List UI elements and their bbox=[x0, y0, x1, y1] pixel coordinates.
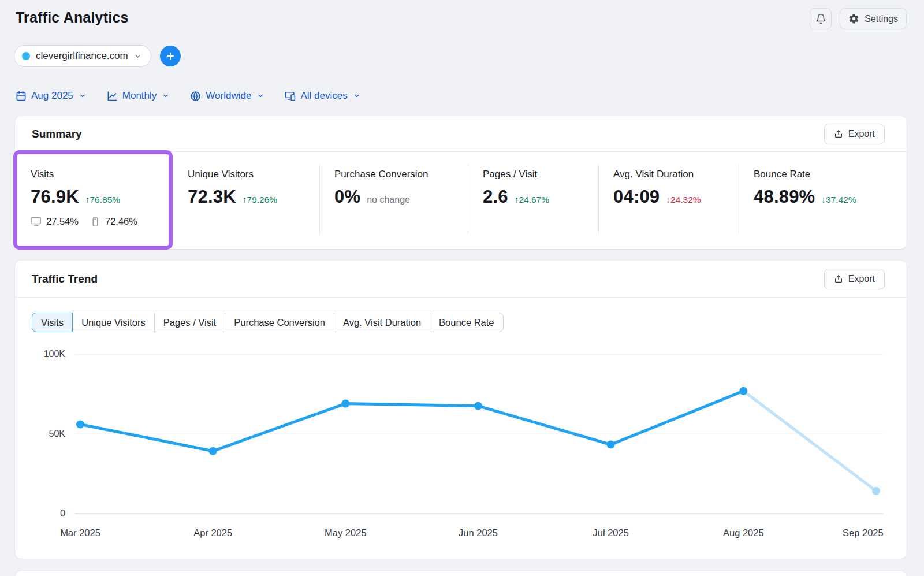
devices-icon bbox=[285, 91, 296, 102]
metric-label: Bounce Rate bbox=[754, 169, 907, 180]
metric-avg-visit-duration: Avg. Visit Duration 04:09 ↓24.32% bbox=[598, 169, 739, 249]
x-axis-label: Aug 2025 bbox=[723, 527, 764, 538]
y-axis-label: 0 bbox=[60, 508, 65, 519]
topbar-actions: Settings bbox=[810, 8, 907, 29]
desktop-share-value: 27.54% bbox=[46, 216, 79, 227]
metric-value: 48.89% bbox=[754, 187, 815, 207]
x-axis-label: Mar 2025 bbox=[60, 527, 100, 538]
metric-value: 04:09 bbox=[613, 187, 660, 207]
devices-filter[interactable]: All devices bbox=[285, 90, 360, 102]
trend-chart-area: 100K50K0 Mar 2025Apr 2025May 2025Jun 202… bbox=[32, 347, 885, 540]
calendar-icon bbox=[16, 91, 27, 102]
domain-color-dot bbox=[22, 52, 30, 60]
gear-icon bbox=[848, 13, 859, 24]
metric-change: ↑76.85% bbox=[85, 195, 120, 205]
trend-chart[interactable] bbox=[74, 347, 883, 521]
domain-name: clevergirlfinance.com bbox=[36, 50, 128, 62]
metric-label: Pages / Visit bbox=[483, 169, 598, 180]
chevron-down-icon bbox=[134, 53, 141, 60]
tab-pages-per-visit[interactable]: Pages / Visit bbox=[154, 313, 225, 332]
mobile-share: 72.46% bbox=[90, 216, 137, 227]
desktop-icon bbox=[31, 216, 42, 227]
summary-export-label: Export bbox=[848, 129, 875, 139]
metric-value: 0% bbox=[334, 187, 360, 207]
metric-label: Purchase Conversion bbox=[334, 169, 468, 180]
filter-row: Aug 2025 Monthly Worldwide All devices bbox=[16, 90, 924, 102]
tab-bounce-rate[interactable]: Bounce Rate bbox=[430, 313, 503, 332]
plus-icon bbox=[165, 51, 176, 61]
metric-bounce-rate: Bounce Rate 48.89% ↓37.42% bbox=[739, 169, 907, 249]
summary-metrics: Visits 76.9K ↑76.85% 27.54% 72.46% bbox=[15, 152, 907, 249]
x-axis-label: Apr 2025 bbox=[193, 527, 232, 538]
traffic-trend-header: Traffic Trend Export bbox=[15, 261, 907, 298]
desktop-share: 27.54% bbox=[31, 216, 79, 227]
traffic-trend-card: Traffic Trend Export Visits Unique Visit… bbox=[15, 261, 907, 559]
topbar: Traffic Analytics Settings bbox=[0, 0, 924, 29]
y-axis: 100K50K0 bbox=[32, 347, 65, 521]
metric-change: ↓24.32% bbox=[666, 195, 701, 205]
mobile-share-value: 72.46% bbox=[105, 216, 137, 227]
y-axis-label: 100K bbox=[44, 349, 65, 359]
metric-change: no change bbox=[367, 195, 410, 205]
line-chart-icon bbox=[107, 91, 118, 102]
chevron-down-icon bbox=[79, 92, 86, 99]
date-filter-label: Aug 2025 bbox=[31, 90, 73, 102]
chevron-down-icon bbox=[162, 92, 169, 99]
metric-value: 76.9K bbox=[31, 187, 79, 207]
metric-value: 72.3K bbox=[188, 187, 236, 207]
trend-metric-tabs: Visits Unique Visitors Pages / Visit Pur… bbox=[32, 313, 907, 332]
bell-icon bbox=[815, 13, 826, 24]
export-icon bbox=[834, 274, 843, 284]
settings-label: Settings bbox=[865, 14, 898, 24]
region-filter-label: Worldwide bbox=[206, 90, 251, 102]
page-title: Traffic Analytics bbox=[16, 8, 129, 26]
domain-row: clevergirlfinance.com bbox=[14, 45, 924, 67]
chevron-down-icon bbox=[257, 92, 264, 99]
date-filter[interactable]: Aug 2025 bbox=[16, 90, 86, 102]
metric-label: Visits bbox=[31, 169, 188, 180]
tab-purchase-conversion[interactable]: Purchase Conversion bbox=[225, 313, 334, 332]
summary-card: Summary Export Visits 76.9K ↑76.85% 27.5… bbox=[15, 116, 907, 249]
y-axis-label: 50K bbox=[49, 429, 65, 439]
granularity-filter-label: Monthly bbox=[122, 90, 157, 102]
settings-button[interactable]: Settings bbox=[840, 8, 907, 29]
traffic-trend-title: Traffic Trend bbox=[32, 273, 98, 285]
summary-title: Summary bbox=[32, 128, 82, 140]
tab-visits[interactable]: Visits bbox=[32, 313, 73, 332]
metric-pages-per-visit: Pages / Visit 2.6 ↑24.67% bbox=[468, 169, 598, 249]
device-split-row: 27.54% 72.46% bbox=[31, 216, 188, 227]
metric-unique-visitors: Unique Visitors 72.3K ↑79.26% bbox=[188, 169, 319, 249]
mobile-icon bbox=[90, 217, 100, 227]
region-filter[interactable]: Worldwide bbox=[190, 90, 264, 102]
metric-change: ↑24.67% bbox=[515, 195, 549, 205]
domain-selector[interactable]: clevergirlfinance.com bbox=[14, 45, 151, 67]
x-axis-label: Jul 2025 bbox=[593, 527, 628, 538]
export-icon bbox=[834, 129, 843, 139]
granularity-filter[interactable]: Monthly bbox=[107, 90, 170, 102]
metric-visits: Visits 76.9K ↑76.85% 27.54% 72.46% bbox=[15, 169, 188, 249]
metric-label: Unique Visitors bbox=[188, 169, 319, 180]
x-axis-label: May 2025 bbox=[325, 527, 366, 538]
notifications-button[interactable] bbox=[810, 8, 832, 29]
globe-icon bbox=[190, 91, 201, 102]
trend-plot: Mar 2025Apr 2025May 2025Jun 2025Jul 2025… bbox=[74, 347, 883, 540]
x-axis-label: Sep 2025 bbox=[843, 527, 884, 538]
metric-change: ↓37.42% bbox=[821, 195, 856, 205]
metric-value: 2.6 bbox=[483, 187, 508, 207]
trend-export-button[interactable]: Export bbox=[824, 269, 885, 289]
next-card-preview bbox=[15, 571, 907, 576]
metric-change: ↑79.26% bbox=[243, 195, 277, 205]
trend-export-label: Export bbox=[848, 274, 875, 284]
x-axis: Mar 2025Apr 2025May 2025Jun 2025Jul 2025… bbox=[74, 521, 883, 540]
chevron-down-icon bbox=[353, 92, 360, 99]
summary-export-button[interactable]: Export bbox=[824, 124, 885, 144]
metric-purchase-conversion: Purchase Conversion 0% no change bbox=[319, 169, 468, 249]
tab-unique-visitors[interactable]: Unique Visitors bbox=[72, 313, 155, 332]
devices-filter-label: All devices bbox=[300, 90, 347, 102]
x-axis-label: Jun 2025 bbox=[459, 527, 498, 538]
tab-avg-visit-duration[interactable]: Avg. Visit Duration bbox=[334, 313, 430, 332]
metric-label: Avg. Visit Duration bbox=[613, 169, 739, 180]
summary-header: Summary Export bbox=[15, 116, 907, 152]
add-domain-button[interactable] bbox=[160, 46, 181, 66]
